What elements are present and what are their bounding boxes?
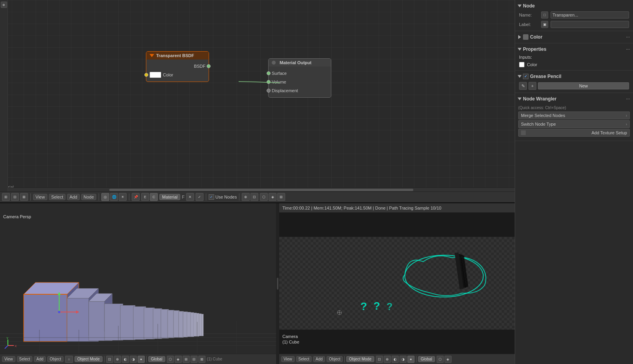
rv-icon-1[interactable]: ⊡: [376, 356, 383, 363]
gp-plus-icon[interactable]: +: [528, 82, 536, 90]
nw-texture-icon: [521, 130, 526, 135]
rv-overlay-1[interactable]: ⬡: [437, 356, 444, 363]
properties-expand[interactable]: ⋯: [626, 47, 630, 52]
snap-btn[interactable]: ⊞: [277, 193, 285, 201]
color-swatch-icon: [523, 34, 528, 40]
vp-mode-icon[interactable]: ○: [65, 356, 73, 363]
light-icon[interactable]: ☀: [119, 193, 127, 201]
toolbar-add-btn[interactable]: Add: [67, 194, 80, 200]
transparent-bsdf-node[interactable]: Transparent BSDF BSDF Color: [146, 51, 209, 82]
right-properties-panel: Node Name: □ Label: ▣ Color ⋯: [515, 0, 633, 364]
vp-icon-4[interactable]: ◑: [130, 356, 137, 363]
nw-expand[interactable]: ⋯: [626, 97, 630, 101]
render-type-icons: E C: [141, 193, 158, 201]
use-nodes-check[interactable]: ✓ Use Nodes: [209, 194, 237, 200]
render-canvas[interactable]: ? ? ? Camera (1) Cube: [279, 213, 515, 354]
viewport-canvas[interactable]: X Y: [0, 203, 276, 354]
vp-add-btn[interactable]: Add: [34, 356, 46, 362]
vp-object-btn[interactable]: Object: [47, 356, 63, 362]
vp-overlay-2[interactable]: ◈: [175, 356, 182, 363]
svg-text:Y: Y: [6, 336, 9, 340]
vp-icon-2[interactable]: ⊕: [114, 356, 121, 363]
rv-overlay-2[interactable]: ◈: [444, 356, 452, 363]
rv-add-btn[interactable]: Add: [313, 356, 325, 362]
view-icon-2[interactable]: ⊟: [11, 193, 19, 201]
gp-checkbox[interactable]: ✓: [523, 74, 528, 79]
color-input-dot[interactable]: [519, 62, 525, 67]
vp-overlay-1[interactable]: ⬡: [167, 356, 174, 363]
global-label[interactable]: Global: [148, 356, 165, 362]
bsdf-output-row: BSDF: [146, 62, 209, 71]
object-mode-label[interactable]: Object Mode: [75, 356, 103, 362]
color-socket-in[interactable]: [144, 73, 148, 77]
toolbar-view-btn[interactable]: View: [33, 194, 47, 200]
bsdf-socket-out[interactable]: [207, 64, 211, 68]
rv-icon-4[interactable]: ◑: [400, 356, 407, 363]
vp-select-btn[interactable]: Select: [17, 356, 33, 362]
cycles-icon[interactable]: C: [150, 193, 158, 201]
node-section-header[interactable]: Node: [515, 2, 633, 10]
node-name-input[interactable]: [551, 11, 629, 19]
vp-overlay-5[interactable]: ⊠: [198, 356, 205, 363]
gp-new-btn[interactable]: New: [538, 82, 629, 89]
volume-socket[interactable]: [267, 80, 271, 84]
inputs-row: Inputs:: [515, 54, 633, 61]
shader-icon[interactable]: ◎: [101, 193, 109, 201]
nw-merge-arrow: ›: [626, 113, 627, 118]
nw-texture-btn[interactable]: Add Texture Setup: [518, 129, 630, 137]
use-nodes-checkbox[interactable]: ✓: [209, 194, 214, 200]
vp-view-btn[interactable]: View: [2, 356, 15, 362]
gp-pencil-icon[interactable]: ✎: [519, 82, 527, 90]
svg-rect-26: [202, 314, 204, 336]
world-icon[interactable]: 🌐: [110, 193, 118, 201]
node-label-input[interactable]: [551, 21, 629, 28]
rv-select-btn[interactable]: Select: [296, 356, 312, 362]
overlay-btn[interactable]: ⬡: [260, 193, 268, 201]
tool-btn-1[interactable]: ⊕: [1, 2, 7, 8]
material-label[interactable]: Material: [159, 194, 180, 200]
view-icon-3[interactable]: ⊠: [20, 193, 28, 201]
toolbar-select-btn[interactable]: Select: [49, 194, 66, 200]
vp-overlay-3[interactable]: ⊞: [183, 356, 190, 363]
rv-view-btn[interactable]: View: [281, 356, 295, 362]
inputs-label: Inputs:: [519, 55, 532, 59]
nw-switch-btn[interactable]: Switch Node Type ›: [518, 120, 630, 128]
rv-mode-label[interactable]: Object Mode: [346, 356, 374, 362]
zoom-icon[interactable]: ⊕: [242, 193, 250, 201]
vp-icon-1[interactable]: ⊡: [106, 356, 113, 363]
rv-object-btn[interactable]: Object: [327, 356, 343, 362]
rv-global-label[interactable]: Global: [418, 356, 435, 362]
gp-check-mark: ✓: [524, 74, 527, 78]
gp-section-header[interactable]: ✓ Grease Pencil: [515, 72, 633, 81]
view-icon-grid[interactable]: ⊞: [2, 193, 10, 201]
nw-merge-btn[interactable]: Merge Selected Nodes ›: [518, 111, 630, 119]
svg-rect-21: [187, 312, 191, 337]
color-swatch[interactable]: [149, 72, 161, 78]
properties-section-header[interactable]: Properties ⋯: [515, 45, 633, 54]
vp-overlay-4[interactable]: ⊟: [190, 356, 198, 363]
overlay-icons-toolbar: ⬡ ◈ ⊞: [260, 193, 285, 201]
node-canvas[interactable]: ⊕ Transparent BSDF BSDF Color: [0, 0, 515, 191]
vp-icon-5[interactable]: ●: [138, 356, 145, 363]
x-btn[interactable]: ✕: [186, 193, 194, 201]
rv-icon-5[interactable]: ●: [407, 356, 415, 363]
rv-icon-2[interactable]: ⊕: [384, 356, 391, 363]
vp-icon-3[interactable]: ◐: [122, 356, 129, 363]
scrollbar-thumb[interactable]: [109, 189, 413, 191]
material-output-node[interactable]: Material Output Surface Volume Displacem…: [268, 58, 331, 98]
toolbar-node-btn[interactable]: Node: [81, 194, 96, 200]
split-handle[interactable]: [276, 203, 279, 364]
check-btn[interactable]: ✓: [196, 193, 204, 201]
pin-icon[interactable]: 📌: [132, 193, 140, 201]
horizontal-scrollbar[interactable]: [8, 188, 515, 191]
eevee-icon[interactable]: E: [141, 193, 149, 201]
rv-icon-3[interactable]: ◐: [392, 356, 399, 363]
nw-section-header[interactable]: Node Wrangler ⋯: [515, 95, 633, 103]
color-section-header[interactable]: Color ⋯: [515, 33, 633, 41]
gizmo-btn[interactable]: ◈: [269, 193, 276, 201]
displacement-socket[interactable]: [267, 89, 271, 93]
surface-socket[interactable]: [267, 71, 271, 75]
volume-row: Volume: [269, 78, 331, 86]
frame-icon[interactable]: ⊡: [250, 193, 258, 201]
color-section-expand[interactable]: ⋯: [626, 35, 630, 39]
